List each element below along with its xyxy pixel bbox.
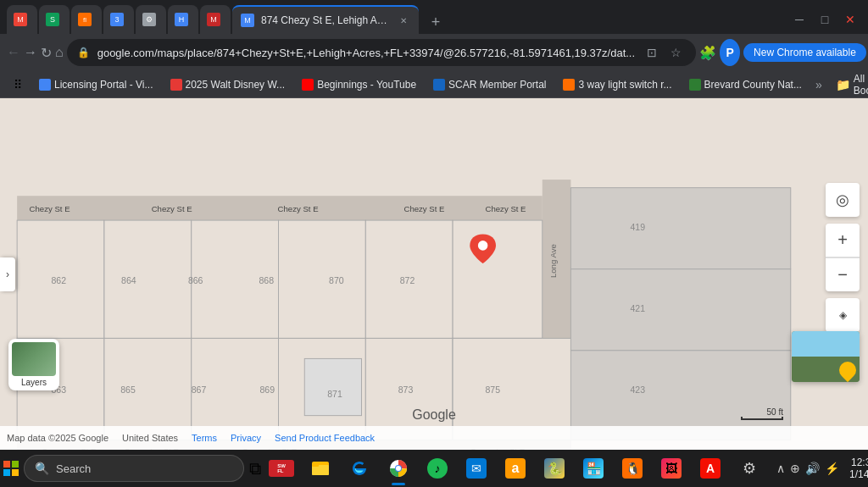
svg-text:870: 870: [329, 275, 344, 285]
taskbar-app-linux[interactable]: 🐧: [614, 450, 651, 487]
tab-h[interactable]: H: [168, 5, 198, 34]
browser-window: M S fl 3 ⚙ H M M 874 Chezy St E, Lehigh …: [0, 0, 868, 487]
bookmarks-bar: ⠿ Licensing Portal - Vi... 2025 Walt Dis…: [0, 71, 868, 98]
collapse-button[interactable]: ›: [0, 257, 15, 291]
map-privacy[interactable]: Privacy: [231, 433, 261, 443]
map-copyright: Map data ©2025 Google: [7, 433, 108, 443]
taskbar-app-edge[interactable]: [341, 450, 378, 487]
swfmls-icon: SWFL: [269, 460, 294, 477]
chrome-available-button[interactable]: New Chrome available: [743, 43, 866, 62]
taskbar-search-bar[interactable]: 🔍 Search: [24, 455, 244, 482]
address-text: google.com/maps/place/874+Chezy+St+E,+Le…: [97, 47, 635, 59]
system-tray: ∧ ⊕ 🔊 ⚡ 12:32 PM 1/14/2025 □: [770, 457, 868, 480]
chevron-up-icon[interactable]: ∧: [776, 462, 785, 475]
address-actions: ⊡ ☆: [642, 42, 686, 63]
bookmark-licensing[interactable]: Licensing Portal - Vi...: [32, 77, 160, 92]
svg-text:862: 862: [51, 275, 66, 285]
svg-text:Chezy St E: Chezy St E: [403, 204, 444, 213]
street-view-thumbnail[interactable]: [792, 331, 860, 382]
svg-rect-53: [3, 461, 10, 468]
taskbar-app-photos[interactable]: 🖼: [653, 450, 690, 487]
edge-icon: [349, 458, 370, 479]
tab-3[interactable]: 3: [103, 5, 134, 34]
all-bookmarks-folder[interactable]: 📁 All Bookmarks: [829, 71, 868, 98]
taskbar-app-settings[interactable]: ⚙: [731, 450, 768, 487]
taskbar-app-acrobat[interactable]: A: [692, 450, 729, 487]
taskbar-app-explorer[interactable]: [302, 450, 339, 487]
layers-label: Layers: [12, 378, 56, 387]
bookmark-scar[interactable]: SCAR Member Portal: [426, 77, 553, 92]
window-controls: ─ □ ✕: [788, 8, 861, 34]
map-terms[interactable]: Terms: [192, 433, 217, 443]
taskbar-app-store[interactable]: 🏪: [575, 450, 612, 487]
bookmark-brevard[interactable]: Brevard County Nat...: [682, 77, 809, 92]
map-send-feedback[interactable]: Send Product Feedback: [275, 433, 375, 443]
profile-button[interactable]: P: [720, 42, 740, 63]
bookmark-switch[interactable]: 3 way light switch r...: [556, 77, 678, 92]
tab-maps[interactable]: M 874 Chezy St E, Lehigh Acres, FL ✕: [232, 5, 419, 34]
bookmark-scar-label: SCAR Member Portal: [448, 79, 546, 91]
svg-text:419: 419: [631, 222, 646, 232]
map-area[interactable]: Long Ave Long Ave Chezy St E Chezy St E …: [0, 98, 868, 450]
taskbar-app-swfmls[interactable]: SWFL: [263, 450, 300, 487]
tab-close-maps[interactable]: ✕: [397, 14, 410, 27]
network-icon[interactable]: ⊕: [790, 462, 800, 475]
system-icons: ∧ ⊕ 🔊 ⚡: [770, 462, 846, 475]
svg-rect-45: [570, 188, 790, 269]
cast-button[interactable]: ⊡: [642, 42, 662, 63]
bookmark-brevard-label: Brevard County Nat...: [704, 79, 802, 91]
volume-icon[interactable]: 🔊: [805, 462, 820, 475]
tilt-button[interactable]: ◈: [826, 298, 860, 332]
scale-label: 50 ft: [741, 407, 783, 417]
svg-text:869: 869: [259, 385, 275, 395]
new-tab-button[interactable]: +: [424, 10, 448, 34]
tab-favicon-settings: ⚙: [142, 13, 156, 26]
taskbar-widgets-button[interactable]: ⧉: [249, 450, 261, 487]
zoom-in-button[interactable]: +: [826, 224, 860, 257]
scale-line: [741, 417, 783, 420]
taskbar-app-python[interactable]: 🐍: [536, 450, 573, 487]
battery-icon[interactable]: ⚡: [825, 462, 839, 475]
taskbar-app-mail[interactable]: ✉: [458, 450, 495, 487]
extensions-button[interactable]: 🧩: [699, 42, 716, 63]
profile-avatar: P: [720, 39, 740, 66]
tab-fl[interactable]: fl: [71, 5, 102, 34]
reload-button[interactable]: ↻: [41, 38, 52, 67]
bookmarks-bar-apps[interactable]: ⠿: [7, 76, 29, 93]
bookmarks-more-button[interactable]: »: [812, 76, 826, 93]
home-button[interactable]: ⌂: [55, 38, 64, 67]
tab-mcafee[interactable]: M: [200, 5, 231, 34]
back-button[interactable]: ←: [7, 38, 20, 67]
svg-rect-55: [3, 469, 10, 476]
tab-favicon-h: H: [175, 13, 188, 26]
location-button[interactable]: ◎: [826, 183, 860, 217]
svg-rect-32: [104, 338, 192, 440]
taskbar-app-chrome[interactable]: [380, 450, 417, 487]
map-svg: Long Ave Long Ave Chezy St E Chezy St E …: [0, 98, 868, 450]
tab-settings[interactable]: ⚙: [136, 5, 166, 34]
svg-text:867: 867: [192, 385, 207, 395]
taskbar-app-amazon[interactable]: a: [497, 450, 534, 487]
tab-gmail[interactable]: M: [7, 5, 37, 34]
bookmark-disney[interactable]: 2025 Walt Disney W...: [164, 77, 292, 92]
forward-button[interactable]: →: [24, 38, 37, 67]
zoom-out-button[interactable]: −: [826, 257, 860, 291]
scale-bar: 50 ft: [741, 407, 783, 420]
close-button[interactable]: ✕: [839, 8, 861, 30]
svg-text:423: 423: [631, 385, 646, 395]
start-button[interactable]: [3, 450, 19, 487]
address-bar[interactable]: 🔒 google.com/maps/place/874+Chezy+St+E,+…: [67, 39, 696, 66]
bookmark-youtube[interactable]: Beginnings - YouTube: [295, 77, 423, 92]
maximize-button[interactable]: □: [814, 8, 836, 30]
svg-text:Chezy St E: Chezy St E: [278, 204, 319, 213]
system-clock[interactable]: 12:32 PM 1/14/2025: [849, 457, 868, 480]
svg-point-52: [478, 241, 488, 251]
minimize-button[interactable]: ─: [788, 8, 810, 30]
layers-button[interactable]: Layers: [8, 339, 59, 390]
svg-text:872: 872: [400, 275, 415, 285]
bookmark-button[interactable]: ☆: [665, 42, 686, 63]
tab-sheets[interactable]: S: [39, 5, 70, 34]
taskbar-app-spotify[interactable]: ♪: [419, 450, 456, 487]
bookmark-licensing-label: Licensing Portal - Vi...: [54, 79, 153, 91]
all-bookmarks-label: All Bookmarks: [854, 73, 868, 97]
